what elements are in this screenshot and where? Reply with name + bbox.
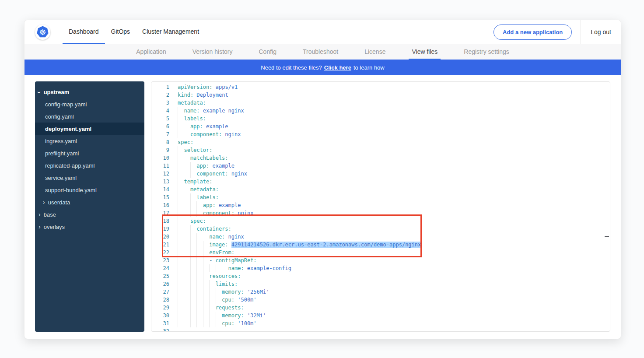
code-line[interactable]	[178, 327, 610, 331]
indent-guide	[184, 304, 190, 312]
code-line[interactable]: labels:	[178, 115, 610, 123]
code-line[interactable]: envFrom:	[178, 249, 610, 256]
admin-console-window: ☸ DashboardGitOpsCluster Management Add …	[24, 20, 621, 339]
tab-license[interactable]: License	[361, 44, 388, 60]
folder-overlays[interactable]: ›overlays	[35, 221, 144, 233]
indent-guide	[178, 193, 184, 201]
code-line[interactable]: cpu: '100m'	[178, 319, 610, 327]
yaml-value: '256Mi'	[247, 289, 270, 295]
line-number: 8	[151, 138, 169, 146]
yaml-value: nginx	[231, 171, 247, 177]
line-number: 14	[151, 186, 169, 193]
code-line[interactable]: metadata:	[178, 99, 610, 107]
tab-config[interactable]: Config	[256, 44, 280, 60]
code-content[interactable]: apiVersion: apps/v1kind: Deploymentmetad…	[169, 82, 610, 331]
folder-base[interactable]: ›base	[35, 208, 144, 221]
indent-guide	[203, 249, 209, 256]
tree-item-label: config.yaml	[45, 113, 74, 120]
indent-guide	[190, 233, 196, 241]
code-line[interactable]: containers:	[178, 225, 610, 233]
indent-guide	[216, 296, 222, 304]
yaml-key: matchLabels:	[190, 155, 228, 161]
line-number: 22	[151, 249, 169, 256]
indent-guide	[178, 162, 184, 170]
add-application-button[interactable]: Add a new application	[494, 25, 572, 40]
indent-guide	[178, 312, 184, 319]
line-number: 5	[151, 115, 169, 123]
file-support-bundle-yaml[interactable]: support-bundle.yaml	[35, 184, 144, 196]
yaml-key: component:	[196, 171, 228, 177]
indent-guide	[184, 288, 190, 296]
indent-guide	[184, 272, 190, 280]
code-line[interactable]: metadata:	[178, 186, 610, 193]
line-number: 27	[151, 288, 169, 296]
indent-guide	[178, 304, 184, 312]
indent-guide	[209, 296, 215, 304]
tree-item-label: preflight.yaml	[45, 150, 79, 157]
code-line[interactable]: image: 429114214526.dkr.ecr.us-east-2.am…	[178, 241, 610, 249]
nav-item-gitops[interactable]: GitOps	[105, 20, 136, 44]
code-line[interactable]: limits:	[178, 280, 610, 288]
code-line[interactable]: app: example	[178, 123, 610, 130]
code-line[interactable]: resources:	[178, 272, 610, 280]
code-line[interactable]: matchLabels:	[178, 154, 610, 162]
line-number: 13	[151, 178, 169, 186]
code-line[interactable]: selector:	[178, 146, 610, 154]
click-here-link[interactable]: Click here	[324, 64, 351, 71]
yaml-key: name:	[228, 265, 244, 271]
tab-troubleshoot[interactable]: Troubleshoot	[300, 44, 341, 60]
indent-guide	[184, 241, 190, 249]
file-replicated-app-yaml[interactable]: replicated-app.yaml	[35, 159, 144, 172]
tab-registry-settings[interactable]: Registry settings	[461, 44, 512, 60]
code-line[interactable]: requests:	[178, 304, 610, 312]
tab-version-history[interactable]: Version history	[189, 44, 236, 60]
line-number: 28	[151, 296, 169, 304]
logout-link[interactable]: Log out	[581, 20, 613, 44]
file-deployment-yaml[interactable]: deployment.yaml	[35, 123, 144, 135]
code-line[interactable]: - name: nginx	[178, 233, 610, 241]
code-line[interactable]: - configMapRef:	[178, 256, 610, 264]
tree-item-label: base	[44, 211, 56, 218]
folder-upstream[interactable]: ›upstream	[35, 86, 144, 98]
indent-guide	[190, 193, 196, 201]
indent-guide	[178, 107, 184, 115]
nav-item-dashboard[interactable]: Dashboard	[63, 20, 105, 44]
file-config-yaml[interactable]: config.yaml	[35, 110, 144, 123]
folder-userdata[interactable]: ›userdata	[35, 196, 144, 208]
line-number: 23	[151, 256, 169, 264]
nav-item-cluster-management[interactable]: Cluster Management	[136, 20, 205, 44]
line-number: 32	[151, 327, 169, 332]
file-service-yaml[interactable]: service.yaml	[35, 172, 144, 184]
yaml-key: template:	[184, 179, 212, 185]
top-nav: ☸ DashboardGitOpsCluster Management Add …	[24, 20, 621, 44]
file-config-map-yaml[interactable]: config-map.yaml	[35, 98, 144, 110]
code-line[interactable]: memory: '256Mi'	[178, 288, 610, 296]
code-line[interactable]: component: nginx	[178, 130, 610, 138]
line-number: 7	[151, 130, 169, 138]
tree-item-label: deployment.yaml	[45, 126, 91, 132]
tab-view-files[interactable]: View files	[409, 44, 441, 60]
yaml-key: app:	[190, 123, 203, 130]
editor-scrollbar[interactable]	[604, 82, 610, 331]
code-line[interactable]: app: example	[178, 201, 610, 209]
file-ingress-yaml[interactable]: ingress.yaml	[35, 135, 144, 147]
file-preflight-yaml[interactable]: preflight.yaml	[35, 147, 144, 159]
code-line[interactable]: component: nginx	[178, 170, 610, 178]
code-line[interactable]: name: example-nginx	[178, 107, 610, 115]
code-line[interactable]: spec:	[178, 138, 610, 146]
code-line[interactable]: memory: '32Mi'	[178, 312, 610, 319]
indent-guide	[196, 209, 203, 217]
code-line[interactable]: template:	[178, 178, 610, 186]
code-line[interactable]: labels:	[178, 193, 610, 201]
code-line[interactable]: apiVersion: apps/v1	[178, 83, 610, 91]
code-line[interactable]: component: nginx	[178, 209, 610, 217]
indent-guide	[178, 241, 184, 249]
code-line[interactable]: cpu: '500m'	[178, 296, 610, 304]
indent-guide	[190, 241, 196, 249]
tab-application[interactable]: Application	[133, 44, 169, 60]
code-line[interactable]: kind: Deployment	[178, 91, 610, 99]
code-line[interactable]: app: example	[178, 162, 610, 170]
code-line[interactable]: spec:	[178, 217, 610, 225]
code-line[interactable]: name: example-config	[178, 264, 610, 272]
kubernetes-heptagon: ☸	[37, 26, 49, 38]
